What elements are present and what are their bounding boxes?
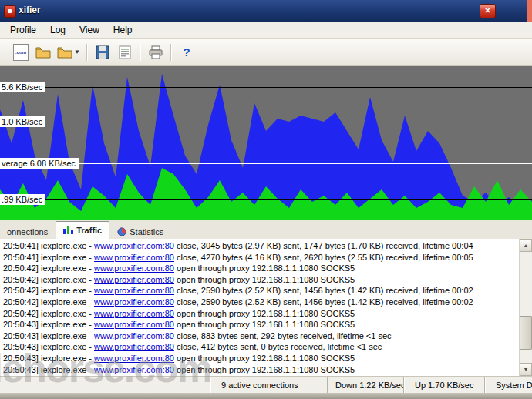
status-download-speed: Down 1.22 KB/sec xyxy=(327,377,403,394)
traffic-chart-icon xyxy=(63,226,73,234)
tab-statistics[interactable]: Statistics xyxy=(110,224,170,239)
toolbar: .com ▼ xyxy=(0,39,532,66)
menu-help[interactable]: Help xyxy=(106,23,140,37)
status-empty-section xyxy=(0,377,210,394)
tab-statistics-label: Statistics xyxy=(130,227,163,236)
recent-profiles-button[interactable]: ▼ xyxy=(56,42,82,62)
log-host-link[interactable]: www.proxifier.com:80 xyxy=(94,331,174,340)
log-message: open through proxy 192.168.1.1:1080 SOCK… xyxy=(174,320,355,329)
log-message: open through proxy 192.168.1.1:1080 SOCK… xyxy=(174,365,355,374)
log-message: close, 4270 bytes (4.16 KB) sent, 2620 b… xyxy=(174,253,473,262)
menu-log[interactable]: Log xyxy=(43,23,72,37)
statistics-pie-icon xyxy=(117,227,126,236)
menu-profile[interactable]: Profile xyxy=(3,23,43,37)
close-button[interactable]: ✕ xyxy=(480,4,496,18)
status-upload-speed: Up 1.70 KB/sec xyxy=(403,377,484,394)
tab-connections-label: onnections xyxy=(7,227,48,236)
log-scrollbar[interactable]: ▲ ▼ xyxy=(519,239,532,376)
log-message: close, 412 bytes sent, 0 bytes received,… xyxy=(174,342,382,351)
log-host-link[interactable]: www.proxifier.com:80 xyxy=(94,253,174,262)
log-message: open through proxy 192.168.1.1:1080 SOCK… xyxy=(174,275,355,284)
log-app-name: iexplore.exe - xyxy=(41,263,94,273)
log-line: 20:50:43] iexplore.exe - www.proxifier.c… xyxy=(3,364,518,376)
log-timestamp: 20:50:41] xyxy=(3,241,41,250)
log-host-link[interactable]: www.proxifier.com:80 xyxy=(94,365,174,374)
window-edge-fragment xyxy=(527,0,532,22)
proxification-rules-button[interactable]: .com xyxy=(11,42,31,62)
log-icon xyxy=(119,45,131,59)
help-button[interactable]: ? xyxy=(177,42,197,62)
open-profile-button[interactable] xyxy=(33,42,53,62)
log-timestamp: 20:50:42] xyxy=(3,309,41,318)
log-line: 20:50:43] iexplore.exe - www.proxifier.c… xyxy=(3,353,518,364)
log-host-link[interactable]: www.proxifier.com:80 xyxy=(94,286,174,295)
print-button[interactable] xyxy=(146,42,166,62)
log-line: 20:50:41] iexplore.exe - www.proxifier.c… xyxy=(3,240,518,252)
log-host-link[interactable]: www.proxifier.com:80 xyxy=(94,354,174,363)
log-line: 20:50:43] iexplore.exe - www.proxifier.c… xyxy=(3,319,518,330)
log-host-link[interactable]: www.proxifier.com:80 xyxy=(94,297,174,307)
log-message: open through proxy 192.168.1.1:1080 SOCK… xyxy=(174,354,355,363)
log-app-name: iexplore.exe - xyxy=(41,253,94,262)
log-area: 20:50:41] iexplore.exe - www.proxifier.c… xyxy=(0,239,532,376)
log-timestamp: 20:50:42] xyxy=(3,297,41,307)
log-window-button[interactable] xyxy=(115,42,135,62)
traffic-graph-svg xyxy=(0,66,532,220)
log-timestamp: 20:50:42] xyxy=(3,263,41,273)
status-profile-name: System D xyxy=(484,377,532,394)
log-line: 20:50:42] iexplore.exe - www.proxifier.c… xyxy=(3,274,518,286)
proxifier-app-icon xyxy=(4,5,16,18)
log-line: 20:50:42] iexplore.exe - www.proxifier.c… xyxy=(3,297,518,308)
log-message: close, 3045 bytes (2.97 KB) sent, 1747 b… xyxy=(174,241,473,250)
log-timestamp: 20:50:42] xyxy=(3,286,41,295)
toolbar-separator xyxy=(140,44,141,61)
proxifier-window: xifier ✕ Profile Log View Help .com ▼ xyxy=(0,0,532,399)
log-timestamp: 20:50:43] xyxy=(3,320,41,329)
menu-bar: Profile Log View Help xyxy=(0,22,532,39)
log-message: open through proxy 192.168.1.1:1080 SOCK… xyxy=(174,309,355,318)
toolbar-separator xyxy=(86,44,88,61)
graph-gridline xyxy=(0,200,532,200)
status-active-connections: 9 active connections xyxy=(210,377,327,394)
graph-gridline xyxy=(0,87,532,88)
scrollbar-thumb[interactable] xyxy=(520,316,532,350)
log-timestamp: 20:50:43] xyxy=(3,354,41,363)
log-app-name: iexplore.exe - xyxy=(41,365,94,374)
log-message: open through proxy 192.168.1.1:1080 SOCK… xyxy=(174,263,355,273)
scrollbar-up-arrow[interactable]: ▲ xyxy=(520,239,532,252)
log-host-link[interactable]: www.proxifier.com:80 xyxy=(94,342,174,351)
log-app-name: iexplore.exe - xyxy=(41,320,94,329)
log-message: close, 2590 bytes (2.52 KB) sent, 1456 b… xyxy=(174,286,473,295)
graph-axis-label: 5.6 KB/sec xyxy=(0,82,45,92)
log-host-link[interactable]: www.proxifier.com:80 xyxy=(94,263,174,273)
log-message: close, 2590 bytes (2.52 KB) sent, 1456 b… xyxy=(174,297,473,307)
tab-connections[interactable]: onnections xyxy=(0,224,55,239)
title-bar[interactable]: xifier ✕ xyxy=(0,0,532,22)
log-host-link[interactable]: www.proxifier.com:80 xyxy=(94,275,174,284)
graph-axis-label: 1.0 KB/sec xyxy=(0,116,45,127)
status-bar: 9 active connections Down 1.22 KB/sec Up… xyxy=(0,376,532,394)
log-app-name: iexplore.exe - xyxy=(41,342,94,351)
log-host-link[interactable]: www.proxifier.com:80 xyxy=(94,241,174,250)
scrollbar-down-arrow[interactable]: ▼ xyxy=(520,363,532,376)
log-line: 20:50:42] iexplore.exe - www.proxifier.c… xyxy=(3,263,518,274)
open-folder-icon xyxy=(35,45,51,59)
window-bottom-border xyxy=(0,393,532,399)
log-app-name: iexplore.exe - xyxy=(41,297,94,307)
menu-view[interactable]: View xyxy=(72,23,106,37)
tab-traffic[interactable]: Traffic xyxy=(56,221,109,239)
log-line: 20:50:42] iexplore.exe - www.proxifier.c… xyxy=(3,285,518,297)
log-timestamp: 20:50:43] xyxy=(3,342,41,351)
log-app-name: iexplore.exe - xyxy=(41,309,94,318)
save-profile-button[interactable] xyxy=(93,42,113,62)
log-app-name: iexplore.exe - xyxy=(41,275,94,284)
log-host-link[interactable]: www.proxifier.com:80 xyxy=(94,309,174,318)
printer-icon xyxy=(148,45,163,59)
log-host-link[interactable]: www.proxifier.com:80 xyxy=(94,320,174,329)
log-timestamp: 20:50:43] xyxy=(3,365,41,374)
log-line: 20:50:41] iexplore.exe - www.proxifier.c… xyxy=(3,252,518,263)
tab-traffic-label: Traffic xyxy=(76,226,102,235)
save-icon xyxy=(96,45,109,59)
log-app-name: iexplore.exe - xyxy=(41,331,94,340)
log-app-name: iexplore.exe - xyxy=(41,286,94,295)
